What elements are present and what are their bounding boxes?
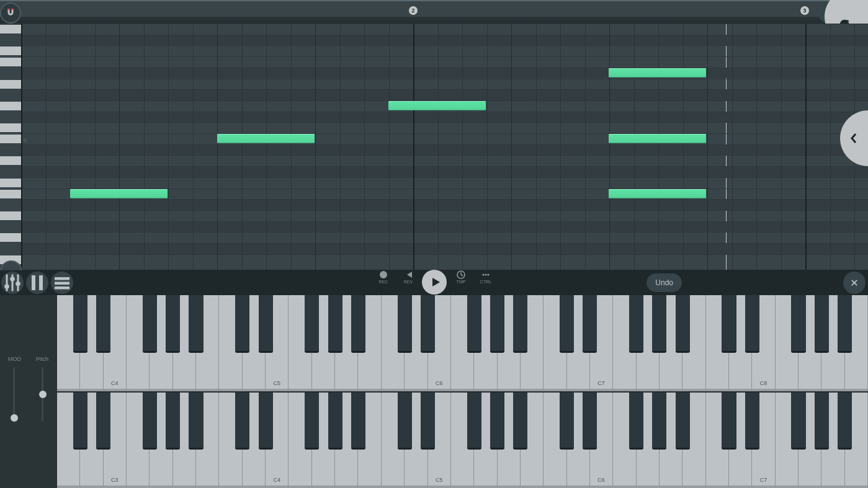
- keyboard-deck-top[interactable]: C4C5C6C7C8: [57, 295, 868, 391]
- black-key[interactable]: [351, 295, 365, 353]
- black-key[interactable]: [676, 295, 690, 353]
- black-key[interactable]: [513, 295, 527, 353]
- black-key[interactable]: [838, 295, 852, 353]
- list-icon: [51, 272, 73, 294]
- black-key[interactable]: [560, 393, 574, 450]
- black-key[interactable]: [166, 393, 180, 450]
- key-label: C8: [760, 380, 767, 386]
- piano-roll-grid[interactable]: 5: [21, 24, 868, 270]
- midi-note[interactable]: [609, 68, 706, 78]
- keyboard-area: MOD Pitch C4C5C6C7C8 C3C4C5C6C7: [0, 295, 868, 488]
- black-key[interactable]: [259, 295, 273, 353]
- black-key[interactable]: [166, 295, 180, 353]
- black-key[interactable]: [421, 295, 435, 353]
- black-key[interactable]: [815, 295, 829, 353]
- black-key[interactable]: [235, 393, 249, 450]
- tool-pause-button[interactable]: [26, 272, 48, 294]
- svg-point-13: [485, 273, 486, 275]
- black-key[interactable]: [745, 295, 759, 353]
- black-key[interactable]: [490, 295, 504, 353]
- record-button[interactable]: REC: [374, 270, 393, 284]
- black-key[interactable]: [791, 393, 805, 450]
- timeline-ruler[interactable]: 2 3: [0, 0, 868, 24]
- snap-toggle[interactable]: [0, 2, 21, 24]
- black-key[interactable]: [328, 393, 342, 450]
- record-icon: [379, 270, 388, 279]
- black-key[interactable]: [467, 393, 481, 450]
- black-key[interactable]: [490, 393, 504, 450]
- black-key[interactable]: [629, 295, 643, 353]
- black-key[interactable]: [351, 393, 365, 450]
- tmp-label: TMP: [457, 280, 466, 284]
- black-key[interactable]: [815, 393, 829, 450]
- black-key[interactable]: [96, 295, 110, 353]
- black-key[interactable]: [722, 295, 736, 353]
- undo-button[interactable]: Undo: [647, 273, 682, 292]
- black-key[interactable]: [398, 295, 412, 353]
- clock-icon: [457, 270, 465, 279]
- midi-note[interactable]: [609, 134, 706, 143]
- key-label: C6: [436, 380, 443, 386]
- black-key[interactable]: [328, 295, 342, 353]
- black-key[interactable]: [583, 393, 597, 450]
- svg-point-10: [380, 271, 387, 278]
- double-bar-icon: [26, 272, 48, 294]
- black-key[interactable]: [583, 295, 597, 353]
- black-key[interactable]: [722, 393, 736, 450]
- close-keyboard-button[interactable]: [843, 272, 866, 294]
- black-key[interactable]: [73, 295, 87, 353]
- midi-note[interactable]: [217, 134, 315, 143]
- black-key[interactable]: [838, 393, 852, 450]
- svg-rect-6: [39, 275, 43, 290]
- black-key[interactable]: [143, 393, 157, 450]
- black-key[interactable]: [305, 295, 319, 353]
- ctrl-label: CTRL: [480, 280, 491, 284]
- key-label: C6: [597, 477, 605, 483]
- svg-point-3: [10, 277, 15, 282]
- midi-note[interactable]: [388, 101, 486, 110]
- black-key[interactable]: [467, 295, 481, 353]
- black-key[interactable]: [676, 393, 690, 450]
- rewind-button[interactable]: REV: [399, 270, 418, 284]
- black-key[interactable]: [652, 393, 666, 450]
- bar-marker-3[interactable]: 3: [800, 6, 809, 15]
- black-key[interactable]: [745, 393, 759, 450]
- svg-rect-9: [55, 286, 69, 290]
- black-keys-bot[interactable]: [57, 393, 868, 450]
- black-key[interactable]: [560, 295, 574, 353]
- svg-point-2: [4, 284, 9, 289]
- black-key[interactable]: [73, 393, 87, 450]
- black-key[interactable]: [143, 295, 157, 353]
- black-key[interactable]: [629, 393, 643, 450]
- bar-marker-2[interactable]: 2: [409, 6, 418, 15]
- black-key[interactable]: [96, 393, 110, 450]
- midi-note[interactable]: [609, 189, 706, 198]
- black-keys-top[interactable]: [57, 295, 868, 353]
- black-key[interactable]: [189, 393, 203, 450]
- black-key[interactable]: [652, 295, 666, 353]
- tempo-button[interactable]: TMP: [452, 270, 470, 284]
- tool-sliders-button[interactable]: [1, 272, 24, 294]
- svg-rect-8: [55, 282, 69, 285]
- pitch-slider-thumb[interactable]: [39, 391, 47, 398]
- play-button[interactable]: [422, 270, 447, 295]
- black-key[interactable]: [189, 295, 203, 353]
- black-key[interactable]: [421, 393, 435, 450]
- tool-list-button[interactable]: [51, 272, 73, 294]
- black-key[interactable]: [259, 393, 273, 450]
- rewind-icon: [404, 270, 413, 279]
- mod-slider[interactable]: [13, 367, 15, 422]
- transport-toolbar: REC REV TMP CTRL Undo: [0, 270, 868, 295]
- black-key[interactable]: [513, 393, 527, 450]
- piano-roll-key-column[interactable]: [0, 24, 21, 270]
- play-icon: [431, 277, 441, 287]
- black-key[interactable]: [305, 393, 319, 450]
- black-key[interactable]: [398, 393, 412, 450]
- control-button[interactable]: CTRL: [477, 270, 495, 284]
- pitch-slider[interactable]: [42, 367, 43, 422]
- black-key[interactable]: [235, 295, 249, 353]
- mod-slider-thumb[interactable]: [11, 414, 18, 422]
- keyboard-deck-bottom[interactable]: C3C4C5C6C7: [57, 392, 868, 488]
- black-key[interactable]: [791, 295, 805, 353]
- midi-note[interactable]: [70, 189, 168, 198]
